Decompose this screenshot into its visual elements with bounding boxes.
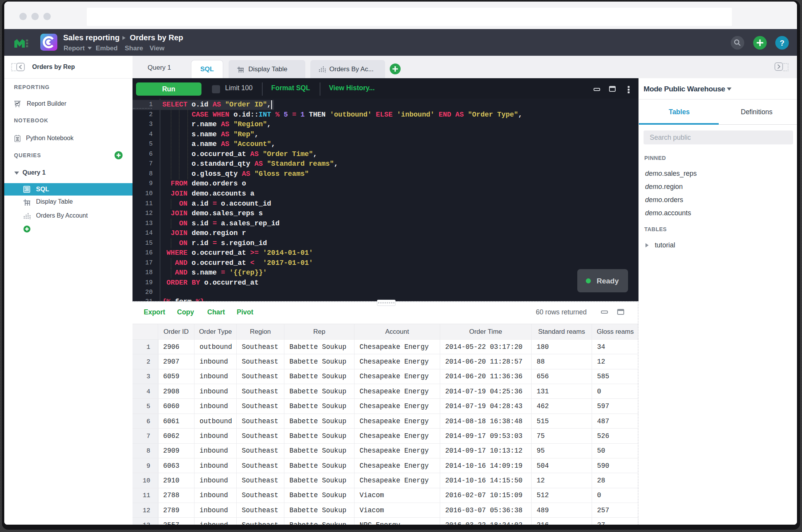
svg-text:?: ? xyxy=(780,39,784,47)
